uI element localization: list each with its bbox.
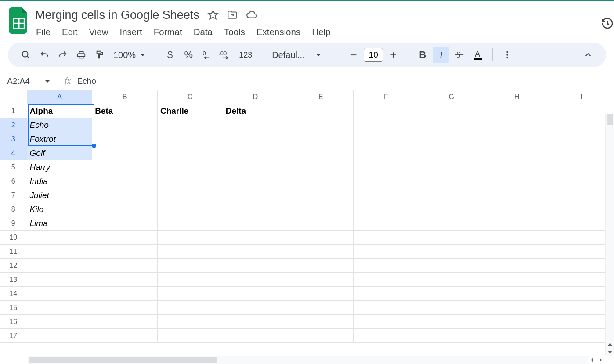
cell-C11[interactable] — [158, 245, 223, 259]
col-header-I[interactable]: I — [549, 90, 614, 104]
cell-A8[interactable]: Kilo — [27, 202, 93, 216]
menu-view[interactable]: View — [89, 27, 108, 37]
cell-E1[interactable] — [288, 104, 354, 118]
cell-I9[interactable] — [549, 216, 614, 231]
cell-I5[interactable] — [549, 160, 614, 174]
col-header-A[interactable]: A — [27, 90, 93, 104]
cell-A3[interactable]: Foxtrot — [27, 132, 93, 146]
cell-G7[interactable] — [419, 188, 484, 202]
cell-I16[interactable] — [549, 315, 614, 329]
menu-data[interactable]: Data — [194, 27, 213, 37]
cell-B15[interactable] — [92, 301, 158, 315]
scroll-thumb[interactable] — [607, 114, 613, 125]
history-icon[interactable] — [601, 17, 614, 30]
cell-A7[interactable]: Juliet — [27, 188, 93, 202]
cell-C7[interactable] — [158, 188, 223, 202]
percent-format-button[interactable]: % — [180, 47, 197, 63]
cell-D7[interactable] — [223, 188, 289, 202]
cell-F7[interactable] — [354, 188, 419, 202]
cell-B14[interactable] — [92, 287, 158, 301]
increase-font-icon[interactable]: + — [385, 47, 401, 63]
cell-E4[interactable] — [288, 146, 354, 160]
cell-H9[interactable] — [484, 216, 550, 231]
cell-A14[interactable] — [27, 287, 93, 301]
cell-C2[interactable] — [158, 118, 223, 132]
cell-C17[interactable] — [158, 329, 223, 343]
cell-H5[interactable] — [484, 160, 550, 174]
cell-F17[interactable] — [354, 329, 419, 343]
vertical-scrollbar[interactable] — [605, 114, 614, 356]
row-header-5[interactable]: 5 — [0, 160, 27, 174]
cell-B2[interactable] — [92, 118, 158, 132]
row-header-9[interactable]: 9 — [0, 216, 27, 231]
cell-F1[interactable] — [354, 104, 419, 118]
cell-E10[interactable] — [288, 231, 354, 245]
cell-F3[interactable] — [354, 132, 419, 146]
cell-B3[interactable] — [92, 132, 158, 146]
cell-G8[interactable] — [419, 202, 484, 216]
cell-D1[interactable]: Delta — [223, 104, 289, 118]
col-header-G[interactable]: G — [419, 90, 484, 104]
cell-D3[interactable] — [223, 132, 289, 146]
cell-D15[interactable] — [223, 301, 289, 315]
col-header-E[interactable]: E — [288, 90, 354, 104]
cell-D11[interactable] — [223, 245, 289, 259]
cell-E3[interactable] — [288, 132, 354, 146]
cell-D9[interactable] — [223, 216, 289, 231]
cell-E8[interactable] — [288, 202, 354, 216]
cell-E7[interactable] — [288, 188, 354, 202]
row-header-15[interactable]: 15 — [0, 301, 27, 315]
cell-G14[interactable] — [419, 287, 484, 301]
cell-G13[interactable] — [419, 273, 484, 287]
cell-C3[interactable] — [158, 132, 223, 146]
cell-A17[interactable] — [27, 329, 93, 343]
cell-B11[interactable] — [92, 245, 158, 259]
col-header-C[interactable]: C — [158, 90, 223, 104]
cell-E16[interactable] — [288, 315, 354, 329]
menu-file[interactable]: File — [36, 27, 51, 37]
cell-A11[interactable] — [27, 245, 93, 259]
collapse-toolbar-icon[interactable] — [580, 47, 596, 63]
formula-input[interactable]: Echo — [77, 76, 96, 86]
decrease-font-icon[interactable]: − — [345, 47, 362, 63]
cell-F15[interactable] — [354, 301, 419, 315]
cell-I3[interactable] — [549, 132, 614, 146]
cell-C12[interactable] — [158, 259, 223, 273]
cell-G15[interactable] — [419, 301, 484, 315]
row-header-8[interactable]: 8 — [0, 202, 27, 216]
row-header-12[interactable]: 12 — [0, 259, 27, 273]
cell-A10[interactable] — [27, 231, 93, 245]
more-vert-icon[interactable] — [499, 47, 516, 63]
row-header-10[interactable]: 10 — [0, 231, 27, 245]
cell-A2[interactable]: Echo — [27, 118, 93, 132]
cell-E15[interactable] — [288, 301, 354, 315]
cell-A5[interactable]: Harry — [27, 160, 93, 174]
menu-edit[interactable]: Edit — [62, 27, 77, 37]
cell-F6[interactable] — [354, 174, 419, 188]
cell-B7[interactable] — [92, 188, 158, 202]
cell-H11[interactable] — [484, 245, 550, 259]
cell-I10[interactable] — [549, 231, 614, 245]
cell-B9[interactable] — [92, 216, 158, 231]
row-header-16[interactable]: 16 — [0, 315, 27, 329]
cell-E12[interactable] — [288, 259, 354, 273]
cell-F2[interactable] — [354, 118, 419, 132]
cell-G10[interactable] — [419, 231, 484, 245]
italic-button[interactable]: I — [433, 47, 449, 63]
cell-E11[interactable] — [288, 245, 354, 259]
cell-D14[interactable] — [223, 287, 289, 301]
cell-I13[interactable] — [549, 273, 614, 287]
cell-D10[interactable] — [223, 231, 289, 245]
increase-decimal-icon[interactable]: .00 — [217, 47, 234, 63]
cell-A13[interactable] — [27, 273, 93, 287]
row-header-2[interactable]: 2 — [0, 118, 27, 132]
cell-I17[interactable] — [549, 329, 614, 343]
search-icon[interactable] — [18, 47, 34, 63]
col-header-H[interactable]: H — [484, 90, 550, 104]
row-header-3[interactable]: 3 — [0, 132, 27, 146]
bold-button[interactable]: B — [414, 47, 431, 63]
cell-H1[interactable] — [484, 104, 550, 118]
redo-icon[interactable] — [54, 47, 71, 63]
scroll-up-icon[interactable] — [606, 340, 614, 348]
cell-C4[interactable] — [158, 146, 223, 160]
